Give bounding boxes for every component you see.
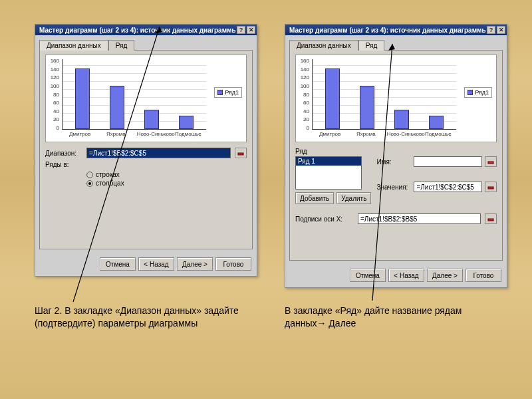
chart-preview: 160 140 120 100 80 60 40 20 0 Дмитров [295,55,497,142]
plot-area [62,59,206,130]
bar-2 [110,86,124,129]
back-button[interactable]: < Назад [138,257,174,271]
y-axis-ticks: 160 140 120 100 80 60 40 20 0 [297,58,309,131]
chart-legend: Ряд1 [464,87,492,98]
x-axis-labels: Дмитров Яхрома Ново-Синьково Подмошье [312,131,456,140]
cancel-button[interactable]: Отмена [100,257,136,271]
x-axis-labels: Дмитров Яхрома Ново-Синьково Подмошье [62,131,206,140]
list-item[interactable]: Ряд 1 [296,157,361,166]
bar-1 [75,68,90,129]
y-axis-ticks: 160 140 120 100 80 60 40 20 0 [47,58,59,131]
series-name-label: Имя: [376,158,411,166]
svg-rect-3 [488,219,493,221]
series-values-label: Значения: [376,184,411,191]
chart-preview: 160 140 120 100 80 60 40 20 0 Дмитров [45,55,247,142]
caption-right: В закладке «Ряд» дайте название рядам да… [285,305,497,330]
collapse-dialog-icon[interactable] [485,213,497,224]
bar-4 [179,116,194,129]
collapse-dialog-icon[interactable] [485,182,497,192]
legend-swatch-icon [467,90,473,95]
collapse-dialog-icon[interactable] [485,156,497,167]
caption-left: Шаг 2. В закладке «Диапазон данных» зада… [35,305,254,330]
plot-area [312,59,456,130]
chart-wizard-dialog-series: Мастер диаграмм (шаг 2 из 4): источник д… [285,24,507,288]
series-list-label: Ряд [295,148,497,155]
back-button[interactable]: < Назад [388,269,424,282]
bar-3 [144,110,159,129]
radio-icon [86,180,93,187]
tab-series[interactable]: Ряд [108,40,135,51]
help-icon[interactable]: ? [237,26,245,34]
series-values-input[interactable]: =Лист1!$C$2:$C$5 [414,182,482,192]
add-series-button[interactable]: Добавить [295,192,334,204]
svg-rect-1 [488,162,493,164]
finish-button[interactable]: Готово [466,269,501,282]
help-icon[interactable]: ? [487,26,495,34]
range-input[interactable]: =Лист1!$B$2:$C$5 [86,148,231,158]
finish-button[interactable]: Готово [215,257,251,271]
close-icon[interactable]: ✕ [497,26,505,34]
rows-in-label: Ряды в: [45,161,82,168]
tab-data-range[interactable]: Диапазон данных [289,40,358,51]
series-listbox[interactable]: Ряд 1 [295,156,362,190]
cancel-button[interactable]: Отмена [350,269,386,282]
xaxis-labels-label: Подписи оси X: [295,215,354,223]
tab-series[interactable]: Ряд [358,40,385,51]
legend-swatch-icon [217,90,223,95]
tab-panel-series: 160 140 120 100 80 60 40 20 0 Дмитров [289,50,503,261]
window-title: Мастер диаграмм (шаг 2 из 4): источник д… [39,27,235,34]
radio-icon [86,172,93,178]
tab-data-range[interactable]: Диапазон данных [39,40,108,51]
titlebar[interactable]: Мастер диаграмм (шаг 2 из 4): источник д… [35,25,257,35]
close-icon[interactable]: ✕ [247,26,255,34]
collapse-dialog-icon[interactable] [235,148,247,158]
series-name-input[interactable] [414,156,482,167]
next-button[interactable]: Далее > [177,257,213,271]
bar-1 [325,68,340,129]
bar-4 [429,116,444,129]
range-label: Диапазон: [45,150,82,157]
remove-series-button[interactable]: Удалить [336,192,371,204]
titlebar[interactable]: Мастер диаграмм (шаг 2 из 4): источник д… [285,25,507,35]
svg-rect-2 [488,187,493,189]
radio-columns[interactable]: столбцах [86,180,247,187]
radio-rows[interactable]: строках [86,171,247,178]
svg-rect-0 [238,153,243,155]
bar-2 [360,86,374,129]
bar-3 [394,110,409,129]
next-button[interactable]: Далее > [427,269,463,282]
chart-legend: Ряд1 [214,87,242,98]
tab-panel-range: 160 140 120 100 80 60 40 20 0 Дмитров [39,50,253,249]
window-title: Мастер диаграмм (шаг 2 из 4): источник д… [289,27,485,34]
dialog-button-row: Отмена < Назад Далее > Готово [285,265,507,286]
xaxis-labels-input[interactable]: =Лист1!$B$2:$B$5 [358,213,481,224]
chart-wizard-dialog-range: Мастер диаграмм (шаг 2 из 4): источник д… [35,24,257,277]
dialog-button-row: Отмена < Назад Далее > Готово [35,253,257,275]
